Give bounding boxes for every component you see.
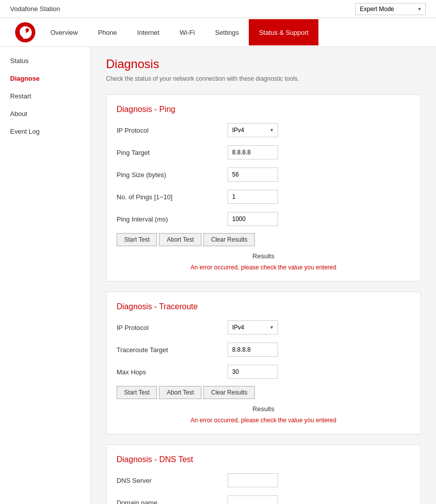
nav-overview[interactable]: Overview xyxy=(40,19,88,45)
main-layout: Status Diagnose Restart About Event Log … xyxy=(0,47,436,504)
page-subtitle: Check the status of your network connect… xyxy=(106,75,421,82)
traceroute-protocol-label: IP Protocol xyxy=(117,324,228,331)
ping-size-input[interactable] xyxy=(228,167,278,182)
sidebar-item-diagnose[interactable]: Diagnose xyxy=(0,70,90,87)
traceroute-results-label: Results xyxy=(117,405,410,413)
ping-error-text: An error occurred, please check the valu… xyxy=(117,264,410,271)
nav-bar: Overview Phone Internet Wi-Fi Settings S… xyxy=(40,19,436,45)
nav-status-support[interactable]: Status & Support xyxy=(249,19,318,45)
nav-wifi[interactable]: Wi-Fi xyxy=(170,19,205,45)
dns-section-title: Diagnosis - DNS Test xyxy=(117,455,410,464)
traceroute-target-input[interactable] xyxy=(228,343,278,357)
traceroute-protocol-row: IP Protocol IPv4 IPv6 xyxy=(117,319,410,335)
ping-size-label: Ping Size (bytes) xyxy=(117,171,228,179)
app-title: Vodafone Station xyxy=(10,5,60,13)
traceroute-protocol-select[interactable]: IPv4 IPv6 xyxy=(228,320,278,334)
ping-interval-row: Ping Interval (ms) xyxy=(117,211,410,227)
traceroute-target-row: Traceroute Target xyxy=(117,342,410,358)
nav-settings[interactable]: Settings xyxy=(205,19,249,45)
ping-section-title: Diagnosis - Ping xyxy=(117,105,410,114)
content: Diagnosis Check the status of your netwo… xyxy=(91,47,436,504)
traceroute-abort-button[interactable]: Abort Test xyxy=(159,386,201,399)
dns-domain-label: Domain name xyxy=(117,499,228,505)
ping-target-row: Ping Target xyxy=(117,144,410,160)
traceroute-hops-input[interactable] xyxy=(228,365,278,379)
ping-results-label: Results xyxy=(117,252,410,260)
ping-size-row: Ping Size (bytes) xyxy=(117,166,410,183)
ping-btn-row: Start Test Abort Test Clear Results xyxy=(117,233,410,246)
traceroute-target-label: Traceroute Target xyxy=(117,346,228,354)
ping-protocol-select-wrapper[interactable]: IPv4 IPv6 xyxy=(228,123,278,137)
ping-protocol-row: IP Protocol IPv4 IPv6 xyxy=(117,122,410,138)
sidebar-item-eventlog[interactable]: Event Log xyxy=(0,123,90,140)
ping-abort-button[interactable]: Abort Test xyxy=(159,233,201,246)
ping-count-label: No. of Pings [1~10] xyxy=(117,193,228,201)
dns-domain-input[interactable] xyxy=(228,495,278,504)
dns-server-row: DNS Server xyxy=(117,472,410,488)
ping-target-label: Ping Target xyxy=(117,149,228,156)
traceroute-protocol-select-wrapper[interactable]: IPv4 IPv6 xyxy=(228,320,278,334)
sidebar-item-about[interactable]: About xyxy=(0,105,90,123)
ping-target-input[interactable] xyxy=(228,145,278,159)
traceroute-section: Diagnosis - Traceroute IP Protocol IPv4 … xyxy=(106,292,421,434)
nav-internet[interactable]: Internet xyxy=(127,19,170,45)
logo-area xyxy=(10,18,40,46)
ping-count-row: No. of Pings [1~10] xyxy=(117,189,410,205)
nav-phone[interactable]: Phone xyxy=(88,19,127,45)
traceroute-clear-button[interactable]: Clear Results xyxy=(203,386,255,399)
traceroute-error-text: An error occurred, please check the valu… xyxy=(117,417,410,424)
ping-interval-input[interactable] xyxy=(228,212,278,226)
ping-count-input[interactable] xyxy=(228,190,278,204)
vodafone-logo xyxy=(15,22,35,42)
ping-protocol-select[interactable]: IPv4 IPv6 xyxy=(228,123,278,137)
header: Overview Phone Internet Wi-Fi Settings S… xyxy=(0,18,436,47)
ping-protocol-label: IP Protocol xyxy=(117,127,228,134)
sidebar: Status Diagnose Restart About Event Log xyxy=(0,47,91,504)
traceroute-hops-row: Max Hops xyxy=(117,364,410,380)
ping-interval-label: Ping Interval (ms) xyxy=(117,215,228,223)
ping-clear-button[interactable]: Clear Results xyxy=(203,233,255,246)
traceroute-hops-label: Max Hops xyxy=(117,368,228,376)
traceroute-start-button[interactable]: Start Test xyxy=(117,386,157,399)
dns-server-input[interactable] xyxy=(228,473,278,487)
page-title: Diagnosis xyxy=(106,57,421,71)
mode-select-wrapper[interactable]: Expert Mode Standard Mode xyxy=(355,3,426,15)
ping-section: Diagnosis - Ping IP Protocol IPv4 IPv6 P… xyxy=(106,94,421,282)
ping-start-button[interactable]: Start Test xyxy=(117,233,157,246)
dns-domain-row: Domain name xyxy=(117,494,410,504)
dns-server-label: DNS Server xyxy=(117,477,228,484)
traceroute-section-title: Diagnosis - Traceroute xyxy=(117,302,410,311)
sidebar-item-restart[interactable]: Restart xyxy=(0,87,90,105)
dns-section: Diagnosis - DNS Test DNS Server Domain n… xyxy=(106,444,421,504)
traceroute-btn-row: Start Test Abort Test Clear Results xyxy=(117,386,410,399)
sidebar-item-status[interactable]: Status xyxy=(0,52,90,70)
top-bar: Vodafone Station Expert Mode Standard Mo… xyxy=(0,0,436,18)
mode-select[interactable]: Expert Mode Standard Mode xyxy=(355,3,426,15)
